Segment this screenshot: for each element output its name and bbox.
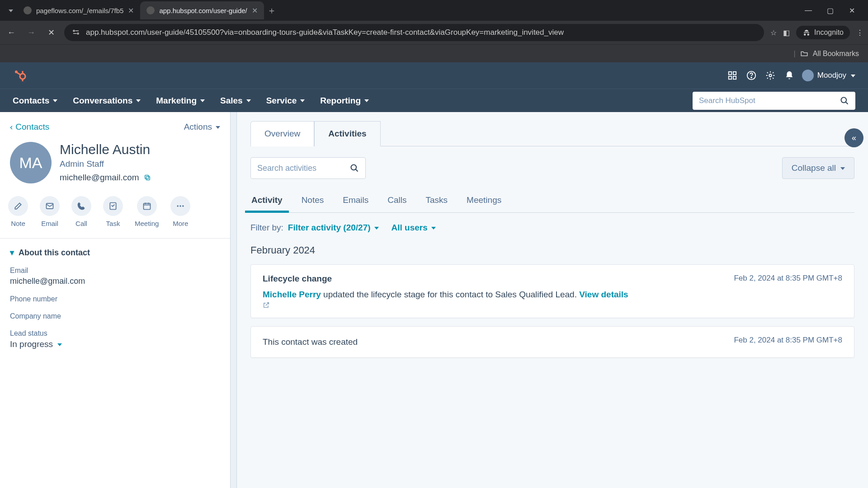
incognito-label: Incognito — [814, 28, 844, 37]
task-button[interactable]: Task — [103, 196, 123, 227]
notifications-icon[interactable] — [783, 69, 796, 82]
subtab-calls[interactable]: Calls — [387, 191, 407, 212]
close-icon[interactable]: ✕ — [252, 6, 258, 15]
incognito-chip[interactable]: Incognito — [796, 26, 850, 39]
subtab-meetings[interactable]: Meetings — [466, 191, 502, 212]
subtab-tasks[interactable]: Tasks — [425, 191, 449, 212]
meeting-button[interactable]: Meeting — [135, 196, 159, 227]
tab-activities[interactable]: Activities — [314, 121, 380, 146]
about-section-toggle[interactable]: ▾ About this contact — [10, 248, 220, 258]
forward-icon[interactable]: → — [24, 26, 38, 39]
side-panel-icon[interactable]: ◧ — [783, 28, 790, 37]
back-to-contacts[interactable]: ‹ Contacts — [10, 122, 49, 132]
activity-card[interactable]: Lifecycle change Feb 2, 2024 at 8:35 PM … — [250, 264, 854, 318]
svg-rect-10 — [733, 72, 736, 75]
tab-list-dropdown[interactable] — [4, 4, 17, 17]
minimize-icon[interactable]: — — [804, 6, 813, 15]
site-settings-icon[interactable] — [71, 28, 80, 37]
month-heading: February 2024 — [250, 244, 854, 256]
card-timestamp: Feb 2, 2024 at 8:35 PM GMT+8 — [734, 336, 842, 345]
activity-card[interactable]: This contact was created Feb 2, 2024 at … — [250, 326, 854, 358]
subtab-emails[interactable]: Emails — [342, 191, 369, 212]
kebab-menu-icon[interactable]: ⋮ — [856, 28, 863, 37]
chevron-down-icon: ▾ — [10, 248, 14, 258]
reload-icon[interactable]: ✕ — [44, 26, 58, 39]
contact-avatar: MA — [10, 142, 52, 183]
search-placeholder: Search activities — [257, 164, 316, 173]
chevron-down-icon — [840, 163, 845, 173]
company-label: Company name — [10, 312, 220, 320]
expand-right-panel-button[interactable]: « — [844, 128, 863, 147]
svg-rect-22 — [143, 203, 150, 209]
chevron-down-icon — [57, 339, 62, 349]
more-button[interactable]: More — [170, 196, 190, 227]
filter-users-dropdown[interactable]: All users — [392, 223, 436, 233]
nav-contacts[interactable]: Contacts — [13, 96, 57, 106]
subtab-notes[interactable]: Notes — [301, 191, 325, 212]
svg-line-17 — [846, 102, 848, 104]
actor-link[interactable]: Michelle Perry — [263, 290, 321, 299]
nav-reporting[interactable]: Reporting — [320, 96, 369, 106]
card-text: This contact was created — [263, 336, 358, 349]
email-value[interactable]: michelle@gmail.com — [10, 277, 220, 286]
search-activities-input[interactable]: Search activities — [250, 157, 366, 179]
nav-sales[interactable]: Sales — [220, 96, 251, 106]
nav-marketing[interactable]: Marketing — [156, 96, 205, 106]
email-button[interactable]: Email — [40, 196, 60, 227]
browser-tab[interactable]: app.hubspot.com/user-guide/ ✕ — [140, 1, 264, 19]
svg-point-29 — [351, 165, 357, 170]
svg-rect-12 — [733, 76, 736, 79]
note-button[interactable]: Note — [8, 196, 28, 227]
svg-rect-9 — [728, 72, 731, 75]
phone-label: Phone number — [10, 295, 220, 303]
svg-point-15 — [769, 74, 772, 77]
external-link-icon — [263, 301, 842, 309]
panel-splitter[interactable] — [231, 112, 237, 488]
contact-role: Admin Staff — [60, 159, 151, 169]
collapse-all-button[interactable]: Collapse all — [782, 157, 854, 179]
all-bookmarks-link[interactable]: All Bookmarks — [813, 50, 859, 58]
svg-point-0 — [73, 30, 75, 32]
subtab-activity[interactable]: Activity — [250, 191, 283, 212]
browser-tab[interactable]: pageflows.com/_/emails/7fb5 ✕ — [17, 1, 140, 19]
contact-email: michelle@gmail.com — [60, 173, 139, 183]
lead-status-select[interactable]: In progress — [10, 339, 220, 349]
svg-rect-19 — [145, 175, 148, 179]
favicon-icon — [146, 6, 155, 14]
nav-conversations[interactable]: Conversations — [73, 96, 141, 106]
filter-activity-dropdown[interactable]: Filter activity (20/27) — [288, 223, 379, 233]
tab-title: pageflows.com/_/emails/7fb5 — [36, 7, 123, 14]
svg-point-2 — [77, 33, 79, 34]
svg-rect-18 — [146, 176, 150, 180]
global-search[interactable]: Search HubSpot — [693, 92, 855, 110]
new-tab-button[interactable]: ＋ — [264, 3, 279, 18]
address-bar[interactable]: app.hubspot.com/user-guide/45105500?via=… — [64, 24, 764, 41]
view-details-link[interactable]: View details — [579, 290, 628, 299]
call-button[interactable]: Call — [71, 196, 91, 227]
nav-service[interactable]: Service — [266, 96, 305, 106]
svg-rect-11 — [728, 76, 731, 79]
bookmark-star-icon[interactable]: ☆ — [770, 28, 777, 37]
svg-point-14 — [751, 77, 752, 78]
close-window-icon[interactable]: ✕ — [847, 6, 856, 15]
svg-point-28 — [183, 205, 184, 206]
back-icon[interactable]: ← — [5, 26, 18, 39]
search-icon — [840, 96, 849, 105]
actions-label: Actions — [184, 122, 212, 132]
back-label: Contacts — [15, 122, 49, 132]
url-text: app.hubspot.com/user-guide/45105500?via=… — [86, 28, 757, 37]
actions-menu[interactable]: Actions — [184, 122, 220, 132]
close-icon[interactable]: ✕ — [128, 6, 134, 15]
copy-icon[interactable] — [144, 174, 151, 181]
help-icon[interactable] — [745, 69, 758, 82]
tab-overview[interactable]: Overview — [250, 121, 314, 146]
chevron-left-icon: ‹ — [10, 122, 13, 132]
chevron-down-icon — [215, 122, 220, 132]
account-name: Moodjoy — [817, 71, 846, 80]
svg-point-26 — [177, 205, 179, 206]
hubspot-logo-icon[interactable] — [13, 68, 27, 83]
maximize-icon[interactable]: ▢ — [826, 6, 835, 15]
account-menu[interactable]: Moodjoy — [802, 70, 855, 81]
marketplace-icon[interactable] — [726, 69, 739, 82]
settings-icon[interactable] — [764, 69, 777, 82]
